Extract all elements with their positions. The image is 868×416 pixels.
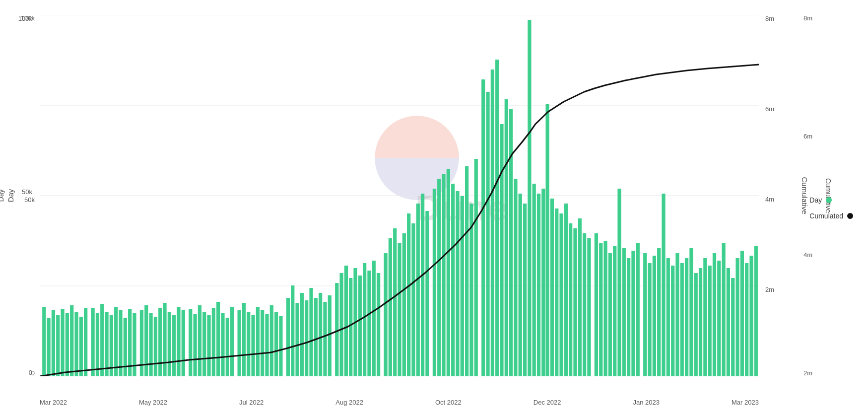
svg-rect-61 xyxy=(314,298,318,376)
svg-rect-38 xyxy=(202,312,206,376)
svg-rect-109 xyxy=(545,104,549,376)
x-axis: Mar 2022 May 2022 Jul 2022 Aug 2022 Oct … xyxy=(40,399,759,406)
svg-rect-87 xyxy=(442,174,445,376)
svg-rect-119 xyxy=(595,233,598,376)
x-tick-oct22: Oct 2022 xyxy=(435,399,462,406)
svg-rect-106 xyxy=(533,184,536,376)
y-right-8m: 8m xyxy=(765,15,774,22)
svg-rect-144 xyxy=(713,253,716,376)
svg-rect-99 xyxy=(500,124,503,376)
svg-rect-35 xyxy=(189,309,192,376)
svg-rect-42 xyxy=(221,313,224,376)
svg-rect-148 xyxy=(731,278,734,376)
svg-rect-44 xyxy=(230,307,234,376)
svg-rect-30 xyxy=(163,303,166,376)
svg-rect-14 xyxy=(84,308,87,376)
svg-rect-9 xyxy=(61,309,64,376)
svg-rect-73 xyxy=(372,261,376,376)
svg-rect-49 xyxy=(256,307,260,376)
svg-rect-81 xyxy=(411,223,415,376)
svg-rect-67 xyxy=(344,266,348,376)
svg-rect-146 xyxy=(722,243,725,376)
svg-rect-47 xyxy=(247,312,250,376)
x-tick-dec22: Dec 2022 xyxy=(534,399,561,406)
svg-rect-5 xyxy=(42,307,46,376)
y-right-tick-4m: 4m xyxy=(803,252,812,258)
svg-rect-153 xyxy=(754,246,758,376)
svg-rect-12 xyxy=(74,312,78,376)
svg-rect-34 xyxy=(182,310,185,376)
svg-rect-97 xyxy=(491,69,494,376)
svg-rect-17 xyxy=(100,304,104,376)
svg-rect-96 xyxy=(486,92,489,376)
svg-rect-123 xyxy=(613,246,616,376)
y-right-2m: 2m xyxy=(765,286,774,293)
chart-svg xyxy=(40,15,759,376)
svg-rect-28 xyxy=(154,317,157,376)
legend-cumulated: Cumulated xyxy=(809,212,853,220)
svg-rect-98 xyxy=(495,60,499,376)
y-right-4m: 4m xyxy=(765,196,774,203)
y-right-cumulative-label: Cumulative xyxy=(801,177,809,214)
svg-rect-52 xyxy=(270,305,273,376)
svg-rect-13 xyxy=(79,317,83,376)
svg-rect-10 xyxy=(66,313,69,376)
x-tick-may22: May 2022 xyxy=(139,399,167,406)
svg-rect-110 xyxy=(550,199,554,376)
svg-rect-16 xyxy=(96,313,99,376)
legend-day-dot xyxy=(826,197,832,203)
x-tick-aug22: Aug 2022 xyxy=(335,399,363,406)
svg-rect-112 xyxy=(559,213,563,376)
svg-rect-31 xyxy=(168,312,171,376)
svg-rect-134 xyxy=(667,258,670,376)
y-right-tick-2m: 2m xyxy=(803,370,812,376)
svg-rect-80 xyxy=(407,213,410,376)
svg-rect-72 xyxy=(367,271,371,376)
svg-rect-40 xyxy=(212,308,215,376)
svg-rect-133 xyxy=(662,194,665,376)
x-tick-mar22: Mar 2022 xyxy=(40,399,67,406)
svg-rect-105 xyxy=(528,20,531,376)
svg-rect-43 xyxy=(226,318,229,376)
svg-rect-95 xyxy=(481,79,485,376)
svg-rect-74 xyxy=(377,273,380,376)
svg-rect-62 xyxy=(319,293,322,376)
svg-rect-75 xyxy=(384,253,387,376)
svg-rect-140 xyxy=(694,273,698,376)
legend-cumulated-label: Cumulated xyxy=(809,212,843,220)
svg-rect-101 xyxy=(509,109,513,376)
legend-cumulated-dot xyxy=(847,213,853,219)
svg-rect-137 xyxy=(680,263,684,376)
svg-rect-115 xyxy=(573,228,577,376)
svg-rect-131 xyxy=(653,256,656,376)
svg-rect-117 xyxy=(583,233,586,376)
legend-day-label: Day xyxy=(809,196,822,204)
svg-rect-15 xyxy=(91,308,95,376)
svg-rect-63 xyxy=(323,302,327,376)
svg-rect-27 xyxy=(149,313,152,376)
svg-rect-145 xyxy=(717,261,721,376)
svg-rect-108 xyxy=(541,189,545,376)
svg-rect-26 xyxy=(144,305,148,376)
svg-rect-120 xyxy=(599,243,602,376)
svg-rect-118 xyxy=(587,238,591,376)
svg-rect-60 xyxy=(309,288,313,376)
svg-rect-46 xyxy=(242,303,246,376)
svg-rect-86 xyxy=(437,179,441,376)
svg-rect-7 xyxy=(52,310,55,376)
svg-rect-54 xyxy=(279,316,282,376)
svg-rect-48 xyxy=(251,315,255,376)
svg-rect-136 xyxy=(675,253,679,376)
svg-rect-50 xyxy=(261,310,264,376)
svg-rect-128 xyxy=(636,243,640,376)
svg-rect-82 xyxy=(416,204,420,376)
x-tick-mar23: Mar 2023 xyxy=(732,399,759,406)
y-left-50k: 50k xyxy=(22,188,32,196)
svg-rect-116 xyxy=(578,218,582,376)
svg-rect-41 xyxy=(216,302,220,376)
svg-rect-124 xyxy=(617,189,621,376)
svg-rect-59 xyxy=(305,300,308,376)
svg-rect-8 xyxy=(56,315,60,376)
svg-rect-18 xyxy=(105,312,108,376)
y-left-100k: 100k xyxy=(18,15,32,22)
